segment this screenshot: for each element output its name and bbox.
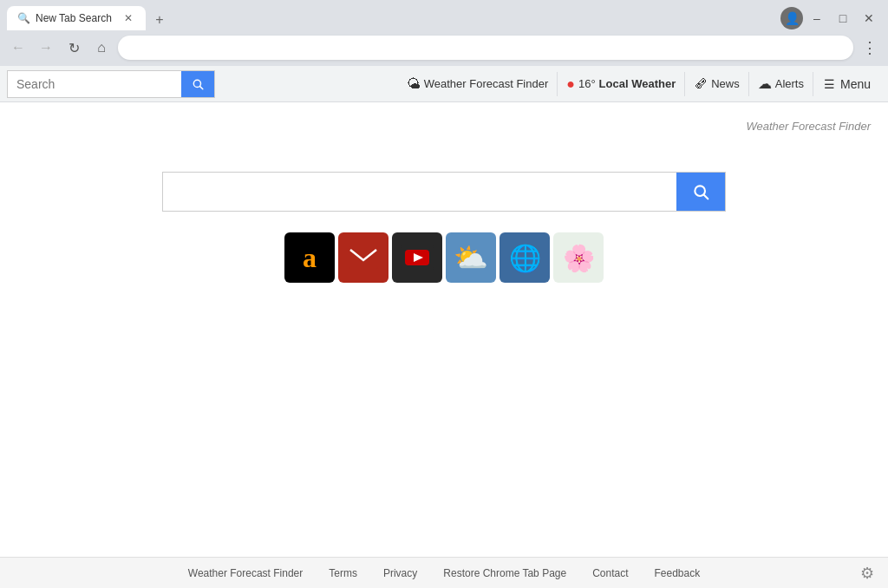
menu-icon: ☰ <box>824 77 835 91</box>
extension-toolbar: 🌤 Weather Forecast Finder ● 16° Local We… <box>0 66 888 102</box>
news-icon: 🗞 <box>694 76 708 92</box>
page-content: Weather Forecast Finder a <box>0 102 888 588</box>
tab-favicon: 🔍 <box>17 12 30 24</box>
menu-label: Menu <box>840 77 871 91</box>
footer-link-feedback[interactable]: Feedback <box>655 567 701 579</box>
footer-link-privacy[interactable]: Privacy <box>383 567 417 579</box>
quicklink-gmail[interactable] <box>338 232 388 283</box>
footer-link-terms[interactable]: Terms <box>329 567 357 579</box>
alerts-button[interactable]: ☁ Alerts <box>749 66 813 102</box>
maximize-button[interactable]: □ <box>831 6 855 30</box>
svg-rect-4 <box>349 246 378 269</box>
svg-line-3 <box>704 195 708 199</box>
browser-menu-button[interactable]: ⋮ <box>859 36 881 59</box>
close-button[interactable]: ✕ <box>857 6 881 30</box>
forward-button[interactable]: → <box>35 36 57 59</box>
local-weather-button[interactable]: ● 16° Local Weather <box>558 66 684 102</box>
youtube-icon <box>401 245 434 270</box>
address-bar: ← → ↻ ⌂ ⋮ <box>0 31 888 66</box>
news-label: News <box>711 77 740 90</box>
main-search-input[interactable] <box>163 173 676 211</box>
temperature-label: 16° <box>578 77 596 90</box>
tab-title: New Tab Search <box>36 12 116 24</box>
toolbar-search-box <box>7 70 215 98</box>
gmail-icon <box>349 246 378 269</box>
quicklink-flower[interactable]: 🌸 <box>553 232 604 283</box>
search-icon <box>192 78 204 90</box>
toolbar-search-button[interactable] <box>181 71 214 97</box>
alerts-label: Alerts <box>775 77 804 90</box>
new-tab-button[interactable]: + <box>149 10 170 30</box>
weather-finder-button[interactable]: 🌤 Weather Forecast Finder <box>398 66 558 102</box>
temp-dot-icon: ● <box>566 76 575 92</box>
main-search-button[interactable] <box>676 173 725 211</box>
minimize-button[interactable]: – <box>805 6 829 30</box>
footer-link-weather-forecast-finder[interactable]: Weather Forecast Finder <box>188 567 304 579</box>
quicklink-browser[interactable]: 🌐 <box>500 232 550 283</box>
alerts-icon: ☁ <box>758 75 772 92</box>
footer-link-restore-chrome-tab[interactable]: Restore Chrome Tab Page <box>443 567 566 579</box>
news-button[interactable]: 🗞 News <box>685 66 748 102</box>
footer-link-contact[interactable]: Contact <box>592 567 628 579</box>
settings-gear-icon[interactable]: ⚙ <box>857 563 878 584</box>
toolbar-search-input[interactable] <box>8 71 181 97</box>
refresh-button[interactable]: ↻ <box>62 36 85 59</box>
weather-finder-icon: 🌤 <box>407 76 421 92</box>
weather-forecast-finder-link[interactable]: Weather Forecast Finder <box>746 120 871 133</box>
browser-tab[interactable]: 🔍 New Tab Search ✕ <box>7 6 146 30</box>
quick-links: a ⛅ 🌐 🌸 <box>284 232 604 283</box>
tab-close-button[interactable]: ✕ <box>121 11 135 25</box>
svg-line-1 <box>200 86 203 88</box>
profile-icon[interactable]: 👤 <box>780 7 803 29</box>
footer: Weather Forecast Finder Terms Privacy Re… <box>0 557 888 588</box>
main-search-box <box>162 172 726 212</box>
weather-finder-label: Weather Forecast Finder <box>424 77 549 90</box>
home-button[interactable]: ⌂ <box>90 36 113 59</box>
quicklink-weather[interactable]: ⛅ <box>446 232 496 283</box>
center-section: a ⛅ 🌐 🌸 <box>162 172 726 283</box>
quicklink-youtube[interactable] <box>392 232 442 283</box>
url-input[interactable] <box>118 36 853 60</box>
menu-button[interactable]: ☰ Menu <box>813 66 881 102</box>
back-button[interactable]: ← <box>7 36 29 59</box>
quicklink-amazon[interactable]: a <box>284 232 335 283</box>
local-weather-label: Local Weather <box>599 77 676 90</box>
main-search-icon <box>692 183 709 200</box>
